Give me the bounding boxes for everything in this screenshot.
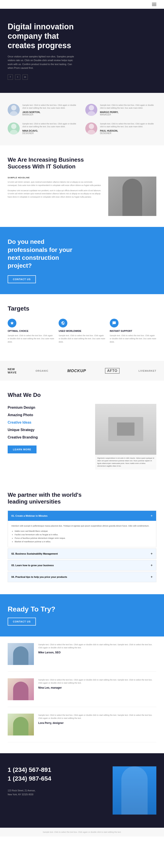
footer-text: Sample text. Click to select the text bo… [8, 831, 156, 833]
list-item: Blanket of manifestum pulvinar a in tell… [15, 540, 153, 544]
whatwedo-item-1[interactable]: Premium Design [8, 404, 89, 411]
header [0, 0, 164, 9]
business-para1: Ut enim ad minim veniam, quis nostrud ex… [8, 181, 102, 187]
member-4-desc: Sample text. Click to select the text bo… [100, 122, 156, 128]
member-2-role: MANAGER [100, 114, 156, 116]
learn-more-button[interactable]: LEARN MORE [8, 445, 37, 454]
universities-title: We partner with the world's leading univ… [8, 492, 95, 505]
testimonial-image-1 [8, 643, 34, 665]
testimonial-1-name: Mike Larson, SEO [38, 651, 156, 654]
testimonials-section: Sample text. Click to select the text bo… [0, 637, 164, 753]
cta1-title: Do you need professionals for your next … [8, 238, 84, 270]
accordion-toggle-2[interactable]: + [151, 552, 153, 556]
testimonial-1: Sample text. Click to select the text bo… [8, 637, 156, 672]
target-card-2: USED WORLDWIDE Sample text. Click to sel… [58, 319, 105, 343]
team-member-2: Sample text. Click to select the text bo… [85, 104, 156, 116]
phone-number-2: 1 (234) 987-654 [8, 775, 108, 782]
target-card-3: INSTANT SUPPORT Sample text. Click to se… [110, 319, 156, 343]
list-item: Facilisi cras fermentum odio eu feugiat … [15, 533, 153, 536]
list-item: Mattis nunc sed blandit libero volutpat. [15, 529, 153, 533]
accordion-title-2: 02. Business Sustainability Management [11, 552, 58, 555]
accordion-toggle-3[interactable]: + [151, 563, 153, 567]
contact-section: 1 (234) 567-891 1 (234) 987-654 123 Rock… [0, 753, 164, 828]
contact-image [113, 766, 156, 814]
business-title: We Are Increasing Business Success With … [8, 156, 95, 170]
testimonial-image-2 [8, 678, 34, 700]
cta-section-1: Do you need professionals for your next … [0, 227, 164, 294]
accordion-title-4: 04. Practical tips to help you price you… [11, 576, 67, 578]
contact-us-button-2[interactable]: CONTACT US [8, 618, 36, 625]
facebook-icon[interactable]: f [8, 74, 13, 80]
logo-2: ORGANIC [36, 370, 48, 372]
accordion-toggle-1[interactable]: + [151, 514, 153, 518]
member-3-name: NINA DCAVO, [22, 129, 79, 132]
twitter-icon[interactable]: t [15, 74, 20, 80]
target-3-desc: Sample text. Click to select the text bo… [110, 334, 156, 343]
logo-5: LIVEMARKET [138, 370, 156, 372]
member-1-name: JASS NORTON, [22, 111, 79, 114]
avatar-margo [85, 104, 97, 116]
accordion-header-4[interactable]: 04. Practical tips to help you price you… [8, 572, 156, 582]
social-links: f t in [8, 74, 156, 80]
address-block: 123 Rock Street, 21 Avenue, New York, NY… [8, 789, 108, 797]
contact-us-button-1[interactable]: CONTACT US [8, 275, 36, 283]
hamburger-icon[interactable] [152, 3, 156, 6]
business-image [108, 177, 156, 216]
accordion-toggle-4[interactable]: + [151, 575, 153, 579]
whatwedo-image: Dignissim suspendisse in est ante in nib… [95, 404, 156, 470]
whatwedo-item-5[interactable]: Creative Branding [8, 434, 89, 441]
logo-1: NEWWAVE [8, 368, 16, 374]
avatar-paul [85, 122, 97, 134]
avatar-jass [8, 104, 20, 116]
hero-title: Digital innovation company that creates … [8, 22, 82, 51]
list-item: Purus ut faucibus pulvinar elementum int… [15, 536, 153, 540]
member-3-desc: Sample text. Click to select the text bo… [22, 122, 79, 128]
logo-4: Afto [105, 368, 120, 374]
testimonial-2-desc: Sample text. Click to select the text bo… [38, 678, 156, 685]
targets-grid: OPTiMAL choice Sample text. Click to sel… [8, 319, 156, 343]
ready-title: Ready To Try? [8, 605, 156, 613]
testimonial-3-name: Lora Perry, designer [38, 721, 156, 724]
member-2-desc: Sample text. Click to select the text bo… [100, 104, 156, 110]
whatwedo-item-3[interactable]: Creative Ideas [8, 419, 89, 426]
accordion-header-2[interactable]: 02. Business Sustainability Management + [8, 549, 156, 559]
team-member-1: Sample text. Click to select the text bo… [8, 104, 79, 116]
avatar-nina [8, 122, 20, 134]
targets-section: Targets OPTiMAL choice Sample text. Clic… [0, 294, 164, 361]
targets-title: Targets [8, 305, 156, 312]
testimonial-3: Sample text. Click to select the text bo… [8, 707, 156, 742]
member-2-name: MARGO PERRY, [100, 111, 156, 114]
logos-section: NEWWAVE ORGANIC Mockup Afto LIVEMARKET [0, 361, 164, 381]
footer: Sample text. Click to select the text bo… [0, 828, 164, 836]
accordion-list-1: Mattis nunc sed blandit libero volutpat.… [15, 529, 153, 544]
linkedin-icon[interactable]: in [23, 74, 28, 80]
member-1-desc: Sample text. Click to select the text bo… [22, 104, 79, 110]
accordion-item-4: 04. Practical tips to help you price you… [8, 572, 156, 582]
used-worldwide-icon [58, 319, 67, 328]
member-4-name: PAUL HUDSON, [100, 129, 156, 132]
whatwedo-item-4[interactable]: Unique Strategy [8, 426, 89, 434]
member-3-role: DESIGNER [22, 132, 79, 134]
team-section: Sample text. Click to select the text bo… [0, 93, 164, 146]
sample-headline: SAMPLE HEADLINE [8, 177, 102, 179]
hero-section: Digital innovation company that creates … [0, 9, 164, 93]
accordion-header-1[interactable]: 01. Create a Webinar in Minutes + [8, 511, 156, 521]
target-2-desc: Sample text. Click to select the text bo… [58, 334, 105, 343]
accordion-intro-1: Interdum velit suscipit in pellentesque … [11, 524, 153, 527]
address-line1: 123 Rock Street, 21 Avenue, [8, 789, 108, 793]
target-3-title: INSTANT SUPPORT [110, 330, 156, 332]
team-member-3: Sample text. Click to select the text bo… [8, 122, 79, 134]
team-grid: Sample text. Click to select the text bo… [8, 104, 156, 134]
accordion-header-3[interactable]: 03. Learn how to grow your business + [8, 560, 156, 570]
target-1-title: OPTiMAL choice [8, 330, 54, 332]
team-member-4: Sample text. Click to select the text bo… [85, 122, 156, 134]
member-1-role: MANAGER [22, 114, 79, 116]
whatwedo-item-2[interactable]: Amazing Photo [8, 411, 89, 419]
business-section: We Are Increasing Business Success With … [0, 146, 164, 227]
accordion-item-1: 01. Create a Webinar in Minutes + Interd… [8, 510, 156, 547]
testimonial-2-name: Nina Leo, manager [38, 686, 156, 689]
testimonial-1-desc: Sample text. Click to select the text bo… [38, 643, 156, 649]
address-line2: New York, NY 32325-9530 [8, 793, 108, 797]
accordion-title-1: 01. Create a Webinar in Minutes [11, 515, 47, 517]
phone-number-1: 1 (234) 567-891 [8, 766, 108, 773]
